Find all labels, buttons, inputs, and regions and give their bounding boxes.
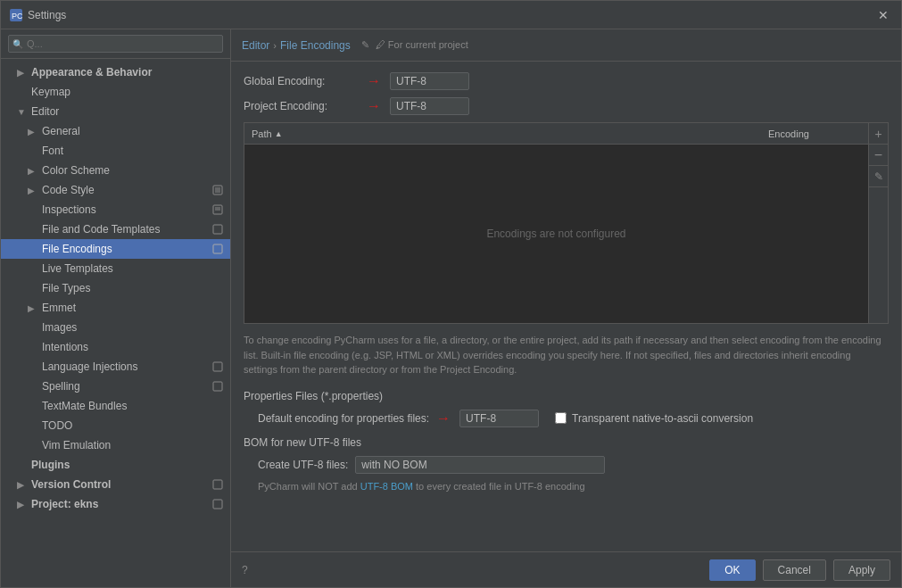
breadcrumb-editor: Editor <box>242 39 269 52</box>
sort-arrow-path: ▲ <box>275 129 283 138</box>
sidebar-item-textmate[interactable]: ▶ TextMate Bundles <box>1 396 230 416</box>
file-encodings-table: Path ▲ Encoding Encodings are not config… <box>244 123 868 323</box>
sidebar-item-file-code-templates[interactable]: ▶ File and Code Templates <box>1 219 230 239</box>
settings-icon-file-enc <box>212 244 223 254</box>
sidebar-item-emmet[interactable]: ▶ Emmet <box>1 298 230 318</box>
bom-info-prefix: PyCharm will NOT add <box>258 481 360 492</box>
search-icon: 🔍 <box>12 39 23 49</box>
col-path: Path ▲ <box>244 128 761 139</box>
edit-row-button[interactable]: ✎ <box>869 166 888 187</box>
sidebar-item-version-control[interactable]: ▶ Version Control <box>1 475 230 494</box>
settings-icon-inspections <box>212 204 223 215</box>
svg-rect-11 <box>213 362 222 371</box>
sidebar: 🔍 ▶ Appearance & Behavior ▶ Keymap ▼ <box>1 29 231 587</box>
search-input[interactable] <box>8 35 223 53</box>
footer-buttons: OK Cancel Apply <box>709 559 890 581</box>
bom-row: Create UTF-8 files: with NO BOM with BOM… <box>244 456 889 474</box>
sidebar-item-vim-emulation[interactable]: ▶ Vim Emulation <box>1 435 230 455</box>
sidebar-label-appearance: Appearance & Behavior <box>31 66 152 79</box>
description-text: To change encoding PyCharm uses for a fi… <box>244 333 886 377</box>
for-current-project-label: ✎ 🖊 For current project <box>361 39 468 51</box>
settings-icon-code-style <box>212 185 223 195</box>
ok-button[interactable]: OK <box>709 559 755 581</box>
sidebar-item-language-injections[interactable]: ▶ Language Injections <box>1 357 230 377</box>
settings-icon-file-code <box>212 224 223 235</box>
project-encoding-select[interactable]: UTF-8 UTF-16 ISO-8859-1 <box>390 97 469 115</box>
expand-arrow-editor: ▼ <box>17 107 28 117</box>
properties-section-title: Properties Files (*.properties) <box>244 390 889 402</box>
bom-select[interactable]: with NO BOM with BOM with BOM if needed <box>355 456 605 474</box>
svg-rect-13 <box>213 480 222 489</box>
remove-row-button[interactable]: − <box>869 145 888 166</box>
app-icon: PC <box>10 9 22 21</box>
empty-table-message: Encodings are not configured <box>486 228 625 240</box>
sidebar-label-keymap: Keymap <box>31 86 70 98</box>
sidebar-item-file-types[interactable]: ▶ File Types <box>1 278 230 298</box>
help-button[interactable]: ? <box>242 564 248 576</box>
sidebar-item-intentions[interactable]: ▶ Intentions <box>1 337 230 357</box>
sidebar-item-keymap[interactable]: ▶ Keymap <box>1 82 230 102</box>
bom-select-wrapper: with NO BOM with BOM with BOM if needed <box>355 456 605 474</box>
sidebar-label-todo: TODO <box>42 419 72 432</box>
sidebar-label-file-types: File Types <box>42 282 90 294</box>
bom-info-suffix: to every created file in UTF-8 encoding <box>413 481 585 492</box>
sidebar-label-vim-emulation: Vim Emulation <box>42 439 111 451</box>
apply-button[interactable]: Apply <box>833 559 890 581</box>
settings-icon-spelling <box>212 381 223 392</box>
sidebar-item-images[interactable]: ▶ Images <box>1 318 230 337</box>
sidebar-label-version-control: Version Control <box>31 478 111 491</box>
global-encoding-label: Global Encoding: <box>244 75 360 87</box>
sidebar-label-font: Font <box>42 145 63 157</box>
sidebar-label-file-encodings: File Encodings <box>42 243 112 255</box>
default-encoding-label: Default encoding for properties files: <box>258 412 429 425</box>
sidebar-item-editor[interactable]: ▼ Editor <box>1 102 230 121</box>
sidebar-item-live-templates[interactable]: ▶ Live Templates <box>1 259 230 278</box>
settings-icon-lang-inj <box>212 361 223 372</box>
table-actions: + − ✎ <box>868 123 888 323</box>
transparent-checkbox[interactable] <box>555 412 567 424</box>
global-encoding-select-wrapper: UTF-8 UTF-16 ISO-8859-1 <box>390 72 469 90</box>
sidebar-item-appearance[interactable]: ▶ Appearance & Behavior <box>1 62 230 82</box>
file-encodings-table-outer: Path ▲ Encoding Encodings are not config… <box>244 122 889 324</box>
sidebar-label-code-style: Code Style <box>42 184 95 196</box>
svg-rect-14 <box>213 500 222 509</box>
cancel-button[interactable]: Cancel <box>763 559 826 581</box>
sidebar-label-intentions: Intentions <box>42 341 88 353</box>
sidebar-label-language-injections: Language Injections <box>42 360 137 373</box>
sidebar-item-code-style[interactable]: ▶ Code Style <box>1 180 230 200</box>
project-encoding-label: Project Encoding: <box>244 100 360 112</box>
sidebar-item-font[interactable]: ▶ Font <box>1 141 230 161</box>
sidebar-label-color-scheme: Color Scheme <box>42 164 110 177</box>
sidebar-label-emmet: Emmet <box>42 302 76 314</box>
sidebar-label-live-templates: Live Templates <box>42 262 113 275</box>
sidebar-item-project[interactable]: ▶ Project: ekns <box>1 494 230 514</box>
sidebar-item-file-encodings[interactable]: ▶ File Encodings <box>1 239 230 259</box>
panel-body: Global Encoding: → UTF-8 UTF-16 ISO-8859… <box>231 62 901 551</box>
expand-arrow-project: ▶ <box>17 500 28 509</box>
sidebar-item-spelling[interactable]: ▶ Spelling <box>1 377 230 396</box>
window-title: Settings <box>28 9 66 21</box>
sidebar-item-inspections[interactable]: ▶ Inspections <box>1 200 230 219</box>
nav-tree: ▶ Appearance & Behavior ▶ Keymap ▼ Edito… <box>1 59 230 518</box>
sidebar-item-general[interactable]: ▶ General <box>1 121 230 141</box>
expand-arrow-general: ▶ <box>28 127 38 137</box>
sidebar-item-todo[interactable]: ▶ TODO <box>1 416 230 435</box>
bom-section: BOM for new UTF-8 files Create UTF-8 fil… <box>244 436 889 492</box>
settings-icon-vc <box>212 479 223 490</box>
expand-arrow-color-scheme: ▶ <box>28 166 38 176</box>
global-encoding-select[interactable]: UTF-8 UTF-16 ISO-8859-1 <box>390 72 469 90</box>
add-row-button[interactable]: + <box>869 123 888 145</box>
sidebar-item-color-scheme[interactable]: ▶ Color Scheme <box>1 161 230 180</box>
sidebar-item-plugins[interactable]: ▶ Plugins <box>1 455 230 475</box>
props-encoding-select-wrapper: UTF-8 UTF-16 ISO-8859-1 <box>459 410 539 427</box>
project-encoding-select-wrapper: UTF-8 UTF-16 ISO-8859-1 <box>390 97 469 115</box>
settings-window: PC Settings ✕ 🔍 ▶ Appearance & Behavior <box>0 0 902 588</box>
search-wrapper: 🔍 <box>8 35 223 53</box>
close-button[interactable]: ✕ <box>874 6 892 24</box>
bom-section-title: BOM for new UTF-8 files <box>244 436 889 449</box>
breadcrumb-current: File Encodings <box>280 39 351 52</box>
props-encoding-select[interactable]: UTF-8 UTF-16 ISO-8859-1 <box>459 410 539 427</box>
pencil-icon: ✎ <box>361 39 369 50</box>
titlebar: PC Settings ✕ <box>1 1 901 29</box>
sidebar-label-editor: Editor <box>31 105 59 118</box>
